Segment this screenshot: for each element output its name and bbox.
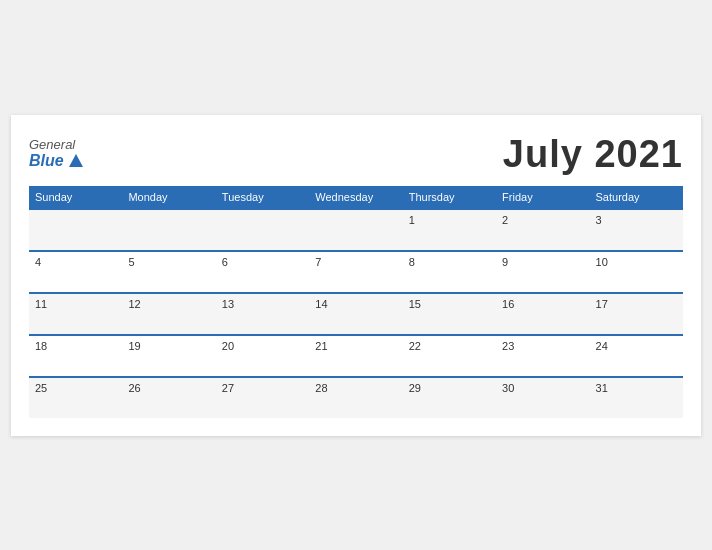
calendar-day-cell: 31 — [590, 377, 683, 418]
calendar-day-cell: 4 — [29, 251, 122, 293]
calendar-day-cell: 9 — [496, 251, 589, 293]
calendar-day-cell: 29 — [403, 377, 496, 418]
calendar-day-cell: 10 — [590, 251, 683, 293]
logo: General Blue — [29, 138, 83, 170]
day-number: 20 — [222, 340, 234, 352]
day-number: 31 — [596, 382, 608, 394]
day-number: 9 — [502, 256, 508, 268]
calendar-day-cell: 15 — [403, 293, 496, 335]
day-number: 25 — [35, 382, 47, 394]
header-monday: Monday — [122, 186, 215, 209]
day-number: 16 — [502, 298, 514, 310]
calendar-day-cell: 20 — [216, 335, 309, 377]
day-number: 8 — [409, 256, 415, 268]
header-friday: Friday — [496, 186, 589, 209]
logo-triangle-icon — [69, 154, 83, 167]
day-number: 15 — [409, 298, 421, 310]
day-number: 3 — [596, 214, 602, 226]
header-saturday: Saturday — [590, 186, 683, 209]
day-number: 7 — [315, 256, 321, 268]
calendar-day-cell: 19 — [122, 335, 215, 377]
calendar-week-row: 45678910 — [29, 251, 683, 293]
calendar-day-cell: 22 — [403, 335, 496, 377]
calendar-week-row: 25262728293031 — [29, 377, 683, 418]
calendar-day-cell: 30 — [496, 377, 589, 418]
calendar-day-cell: 25 — [29, 377, 122, 418]
calendar-header: General Blue July 2021 — [29, 133, 683, 176]
day-number: 6 — [222, 256, 228, 268]
day-number: 17 — [596, 298, 608, 310]
day-number: 22 — [409, 340, 421, 352]
day-number: 21 — [315, 340, 327, 352]
month-title: July 2021 — [503, 133, 683, 176]
header-wednesday: Wednesday — [309, 186, 402, 209]
header-tuesday: Tuesday — [216, 186, 309, 209]
calendar-day-cell: 5 — [122, 251, 215, 293]
calendar-week-row: 11121314151617 — [29, 293, 683, 335]
header-thursday: Thursday — [403, 186, 496, 209]
calendar-container: General Blue July 2021 Sunday Monday Tue… — [11, 115, 701, 436]
day-number: 11 — [35, 298, 47, 310]
calendar-table: Sunday Monday Tuesday Wednesday Thursday… — [29, 186, 683, 418]
calendar-week-row: 18192021222324 — [29, 335, 683, 377]
logo-general-text: General — [29, 138, 75, 152]
calendar-day-cell: 11 — [29, 293, 122, 335]
calendar-day-cell: 18 — [29, 335, 122, 377]
day-number: 26 — [128, 382, 140, 394]
day-number: 24 — [596, 340, 608, 352]
header-sunday: Sunday — [29, 186, 122, 209]
calendar-day-cell: 26 — [122, 377, 215, 418]
calendar-day-cell: 8 — [403, 251, 496, 293]
day-number: 19 — [128, 340, 140, 352]
day-number: 1 — [409, 214, 415, 226]
calendar-day-cell — [309, 209, 402, 251]
calendar-day-cell: 17 — [590, 293, 683, 335]
day-number: 10 — [596, 256, 608, 268]
day-number: 5 — [128, 256, 134, 268]
calendar-day-cell — [122, 209, 215, 251]
calendar-day-cell: 16 — [496, 293, 589, 335]
day-number: 28 — [315, 382, 327, 394]
day-number: 23 — [502, 340, 514, 352]
day-number: 2 — [502, 214, 508, 226]
calendar-day-cell: 7 — [309, 251, 402, 293]
calendar-day-cell: 28 — [309, 377, 402, 418]
calendar-day-cell: 2 — [496, 209, 589, 251]
calendar-day-cell: 24 — [590, 335, 683, 377]
calendar-day-cell: 27 — [216, 377, 309, 418]
day-number: 18 — [35, 340, 47, 352]
logo-blue-text: Blue — [29, 152, 83, 170]
calendar-day-cell — [216, 209, 309, 251]
day-number: 27 — [222, 382, 234, 394]
day-number: 14 — [315, 298, 327, 310]
calendar-day-cell — [29, 209, 122, 251]
calendar-day-cell: 12 — [122, 293, 215, 335]
calendar-week-row: 123 — [29, 209, 683, 251]
calendar-day-cell: 3 — [590, 209, 683, 251]
calendar-day-cell: 6 — [216, 251, 309, 293]
calendar-day-cell: 23 — [496, 335, 589, 377]
calendar-day-cell: 13 — [216, 293, 309, 335]
day-number: 13 — [222, 298, 234, 310]
day-number: 4 — [35, 256, 41, 268]
day-number: 30 — [502, 382, 514, 394]
calendar-day-cell: 1 — [403, 209, 496, 251]
calendar-day-cell: 21 — [309, 335, 402, 377]
weekday-header-row: Sunday Monday Tuesday Wednesday Thursday… — [29, 186, 683, 209]
day-number: 29 — [409, 382, 421, 394]
day-number: 12 — [128, 298, 140, 310]
calendar-day-cell: 14 — [309, 293, 402, 335]
